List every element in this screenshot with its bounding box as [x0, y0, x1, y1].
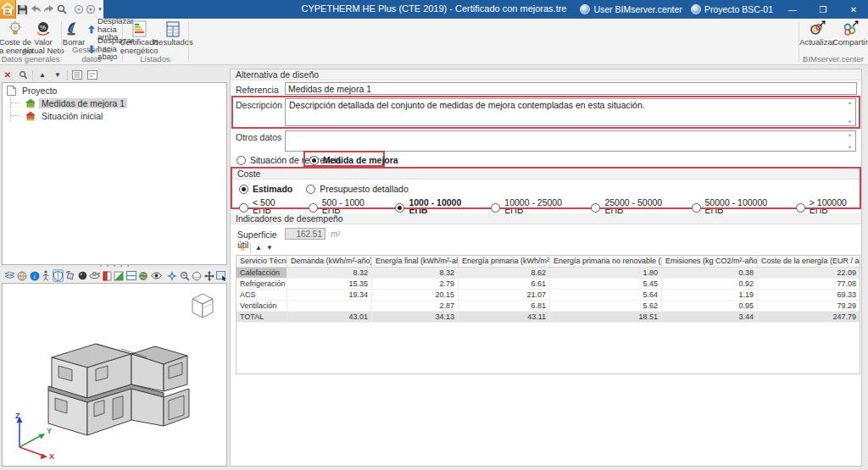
table-cell[interactable]: 15.35	[287, 279, 372, 289]
table-cell[interactable]: 8.32	[372, 268, 459, 278]
section-red-icon[interactable]	[103, 269, 112, 282]
customize-dropdown-icon[interactable]: ▼	[97, 2, 103, 17]
radio-icon	[591, 203, 600, 213]
valor-actual-neto-button[interactable]: % Valor Actual Neto	[22, 20, 64, 55]
table-cell[interactable]: ACS	[236, 290, 287, 300]
figure-scale-icon[interactable]	[42, 269, 50, 282]
row-up-icon[interactable]: ▲	[255, 244, 262, 252]
visibility-eye-icon[interactable]	[151, 269, 162, 282]
table-cell[interactable]: 247.79	[758, 312, 860, 322]
table-cell[interactable]: 18.51	[550, 312, 662, 322]
textures-globe-icon[interactable]	[138, 269, 148, 282]
table-cell[interactable]: 20.15	[372, 290, 459, 300]
zoom-all-icon[interactable]	[167, 269, 177, 282]
table-cell[interactable]: 5.45	[550, 279, 662, 289]
table-cell[interactable]: 1.80	[550, 268, 662, 278]
rotate-object-icon[interactable]	[65, 269, 75, 282]
otros-datos-textarea[interactable]: ▲▼	[285, 130, 856, 152]
search-icon[interactable]	[57, 2, 67, 17]
table-cell[interactable]: 0.95	[662, 301, 758, 311]
minimize-button[interactable]: —	[782, 2, 804, 17]
table-cell[interactable]: 2.87	[372, 301, 459, 311]
table-cell[interactable]: Ventilación	[236, 301, 287, 311]
referencia-input[interactable]	[285, 82, 857, 95]
references-icon[interactable]	[4, 269, 15, 282]
actualizar-button[interactable]: Actualizar	[800, 20, 834, 47]
table-cell[interactable]: 3.44	[662, 312, 758, 322]
split-view-icon[interactable]	[126, 269, 136, 282]
table-cell[interactable]: 5.62	[550, 301, 662, 311]
table-cell[interactable]: 1.19	[662, 290, 758, 300]
turntable-icon[interactable]	[89, 269, 100, 282]
medida-mejora-radio[interactable]: Medida de mejora	[309, 155, 398, 165]
table-cell[interactable]: 43.01	[287, 312, 372, 322]
collapse-all-icon[interactable]	[86, 69, 98, 80]
app-menu-button[interactable]	[0, 0, 16, 19]
table-cell[interactable]: 34.13	[372, 312, 459, 322]
table-cell[interactable]: 19.34	[287, 290, 372, 300]
svg-text:i: i	[33, 273, 35, 280]
move-item-up-icon[interactable]: ▲	[36, 69, 48, 80]
shield-icon[interactable]	[53, 269, 64, 282]
row-down-icon[interactable]: ▼	[266, 244, 273, 252]
search-tree-icon[interactable]	[17, 69, 29, 80]
table-cell[interactable]: 79.29	[758, 301, 860, 311]
table-cell[interactable]: 6.61	[459, 279, 550, 289]
save-icon[interactable]	[17, 2, 28, 17]
close-button[interactable]: ✕	[843, 2, 865, 17]
table-row: TOTAL43.0134.1343.1118.513.44247.79	[236, 312, 860, 323]
referencia-label: Referencia	[236, 85, 279, 95]
delete-icon[interactable]: ✕	[2, 69, 14, 80]
zoom-window-icon[interactable]	[180, 269, 190, 282]
table-cell[interactable]: 2.79	[372, 279, 459, 289]
table-cell[interactable]: 0.38	[662, 268, 758, 278]
presupuesto-radio[interactable]: Presupuesto detallado	[306, 184, 409, 194]
view-cube[interactable]	[189, 290, 216, 321]
table-cell[interactable]: 8.62	[459, 268, 550, 278]
table-cell[interactable]: 6.81	[459, 301, 550, 311]
toolbar-separator	[250, 243, 251, 253]
textarea-scrollbar[interactable]: ▲▼	[845, 132, 854, 150]
table-cell[interactable]: 77.08	[758, 279, 860, 289]
maximize-button[interactable]: ❐	[812, 2, 834, 17]
table-cell[interactable]: 8.32	[287, 268, 372, 278]
user-badge[interactable]: User BIMserver.center	[580, 4, 682, 14]
estimado-radio[interactable]: Estimado	[239, 184, 292, 194]
viewport-3d[interactable]: Z Y X	[2, 283, 227, 467]
table-cell[interactable]: Refrigeración	[236, 279, 287, 289]
pan-icon[interactable]	[204, 269, 214, 282]
resultados-button[interactable]: Resultados	[155, 20, 191, 47]
table-cell[interactable]: 22.09	[758, 268, 860, 278]
redo-icon[interactable]	[43, 2, 55, 17]
table-cell[interactable]: TOTAL	[236, 312, 287, 322]
tree-node-situacion[interactable]: Situación inicial	[3, 110, 226, 121]
section-plane-icon[interactable]	[114, 269, 124, 282]
shading-sphere-icon[interactable]	[78, 269, 87, 282]
descripcion-label: Descripción	[236, 100, 282, 110]
table-cell[interactable]: 69.33	[758, 290, 860, 300]
column-header: Emisiones (kg CO2/m²-año)	[662, 256, 758, 267]
modules-icon[interactable]	[86, 2, 96, 17]
table-cell[interactable]: 0.92	[662, 279, 758, 289]
table-cell[interactable]: 5.64	[550, 290, 662, 300]
config-icon[interactable]	[74, 2, 84, 17]
textarea-scrollbar[interactable]: ▲▼	[845, 100, 854, 124]
undo-icon[interactable]	[30, 2, 42, 17]
edit-pencil-icon[interactable]: ✎	[237, 242, 246, 254]
table-cell[interactable]: Calefacción	[236, 268, 287, 278]
compartir-button[interactable]: Compartir	[833, 20, 867, 47]
project-badge[interactable]: Proyecto BSC-01	[691, 4, 773, 14]
select-window-icon[interactable]	[216, 269, 227, 282]
table-cell[interactable]: 21.07	[459, 290, 550, 300]
tree-node-proyecto[interactable]: Proyecto	[3, 85, 226, 96]
borrar-button[interactable]: Borrar	[60, 20, 87, 47]
expand-all-icon[interactable]	[71, 69, 83, 80]
move-item-down-icon[interactable]: ▼	[52, 69, 64, 80]
table-cell[interactable]: 43.11	[459, 312, 550, 322]
table-cell[interactable]	[287, 301, 372, 311]
tree-node-medidas[interactable]: Medidas de mejora 1	[3, 97, 226, 108]
orbit-icon[interactable]	[192, 269, 202, 282]
render-globe-icon[interactable]	[17, 269, 27, 282]
descripcion-textarea[interactable]: Descripción detallada del conjunto de me…	[285, 98, 856, 126]
info-icon[interactable]: i	[30, 269, 40, 282]
